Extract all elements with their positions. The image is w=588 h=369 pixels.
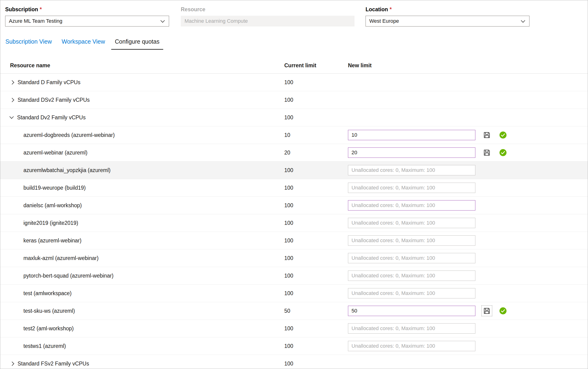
new-limit-input[interactable] [348,288,475,298]
new-limit-cell [348,235,482,246]
location-field: Location* West Europe [365,6,529,27]
current-limit-value: 100 [284,237,348,244]
workspace-quota-row: azureml-webinar (azureml)20 [0,144,588,162]
workspace-quota-row: azuremlwbatchai_yopzkjia (azureml)100 [0,162,588,179]
save-icon[interactable] [482,148,491,157]
subscription-label-text: Subscription [5,6,38,12]
new-limit-input[interactable] [348,323,475,334]
resource-name-label: ignite2019 (ignite2019) [23,220,78,226]
check-circle-icon [500,149,507,156]
new-limit-input[interactable] [348,235,475,246]
new-limit-cell [348,147,482,158]
resource-name-label: azureml-dogbreeds (azureml-webinar) [23,132,115,138]
new-limit-input[interactable] [348,200,475,211]
new-limit-input[interactable] [348,218,475,228]
new-limit-cell [348,200,482,211]
new-limit-cell [348,323,482,334]
resource-input: Machine Learning Compute [181,16,354,27]
current-limit-value: 100 [284,79,348,86]
resource-name-label: build19-weurope (build19) [23,185,86,191]
resource-name-label[interactable]: Standard Dv2 Family vCPUs [17,114,86,121]
quota-group-row: Standard FSv2 Family vCPUs100 [0,355,588,369]
new-limit-input[interactable] [348,130,475,140]
chevron-right-icon[interactable] [10,80,14,84]
workspace-quota-row: ignite2019 (ignite2019)100 [0,214,588,232]
new-limit-cell [348,218,482,228]
required-asterisk: * [40,6,42,12]
workspace-quota-row: build19-weurope (build19)100 [0,179,588,197]
workspace-quota-row: azureml-dogbreeds (azureml-webinar)10 [0,126,588,144]
column-header-current-limit: Current limit [284,62,348,69]
save-icon[interactable] [482,130,491,140]
resource-label-text: Resource [181,6,205,12]
tab-subscription-view[interactable]: Subscription View [5,38,56,50]
table-header: Resource name Current limit New limit [0,58,588,74]
resource-name-label[interactable]: Standard D Family vCPUs [18,79,80,86]
row-actions [482,130,507,140]
current-limit-value: 100 [284,343,348,349]
current-limit-value: 100 [284,273,348,279]
location-selected-value: West Europe [369,18,399,24]
resource-name-label: test-sku-ws (azureml) [23,308,75,314]
row-actions [482,306,507,316]
save-icon[interactable] [482,306,491,316]
resource-name-label: testws1 (azureml) [23,343,66,349]
new-limit-cell [348,341,482,351]
new-limit-cell [348,165,482,175]
resource-name-label: maxluk-azml (azureml-webinar) [23,255,98,261]
resource-name-label[interactable]: Standard FSv2 Family vCPUs [18,360,89,367]
resource-value: Machine Learning Compute [185,18,248,24]
new-limit-input[interactable] [348,253,475,263]
chevron-down-icon [521,18,525,22]
current-limit-value: 20 [284,150,348,156]
resource-label: Resource [181,6,354,13]
quota-group-row: Standard D Family vCPUs100 [0,74,588,91]
subscription-dropdown[interactable]: Azure ML Team Testing [5,16,169,27]
check-circle-icon [500,132,507,139]
new-limit-input[interactable] [348,165,475,175]
location-dropdown[interactable]: West Europe [365,16,529,27]
current-limit-value: 100 [284,114,348,121]
current-limit-value: 100 [284,290,348,297]
new-limit-input[interactable] [348,147,475,158]
resource-name-label[interactable]: Standard DSv2 Family vCPUs [18,97,90,103]
current-limit-value: 100 [284,167,348,174]
chevron-right-icon[interactable] [10,361,14,366]
workspace-quota-row: testws1 (azureml)100 [0,337,588,355]
location-label: Location* [365,6,529,13]
tab-workspace-view[interactable]: Workspace View [58,38,109,50]
current-limit-value: 100 [284,97,348,103]
new-limit-cell [348,288,482,298]
subscription-label: Subscription* [5,6,169,13]
chevron-right-icon[interactable] [10,98,14,102]
resource-name-label: danielsc (aml-workshop) [23,202,82,209]
resource-name-label: test2 (aml-workshop) [23,325,74,332]
new-limit-input[interactable] [348,341,475,351]
configure-quotas-page: Subscription* Azure ML Team Testing Reso… [0,0,588,369]
quota-group-row: Standard Dv2 Family vCPUs100 [0,109,588,126]
resource-name-label: azuremlwbatchai_yopzkjia (azureml) [23,167,110,174]
quota-table-body: Standard D Family vCPUs100Standard DSv2 … [0,74,588,369]
view-tabs: Subscription View Workspace View Configu… [5,38,588,50]
column-header-new-limit: New limit [348,62,482,69]
workspace-quota-row: test (amlworkspace)100 [0,285,588,302]
resource-name-label: pytorch-bert-squad (azureml-webinar) [23,273,114,279]
workspace-quota-row: danielsc (aml-workshop)100 [0,197,588,214]
new-limit-cell [348,306,482,316]
resource-name-label: azureml-webinar (azureml) [23,150,88,156]
location-label-text: Location [365,6,388,12]
workspace-quota-row: pytorch-bert-squad (azureml-webinar)100 [0,267,588,285]
current-limit-value: 10 [284,132,348,138]
new-limit-input[interactable] [348,306,475,316]
required-asterisk: * [390,6,392,12]
new-limit-input[interactable] [348,271,475,281]
current-limit-value: 50 [284,308,348,314]
check-circle-icon [500,307,507,314]
tab-configure-quotas[interactable]: Configure quotas [111,38,163,50]
current-limit-value: 100 [284,255,348,261]
chevron-down-icon[interactable] [9,114,14,119]
resource-name-label: keras (azureml-webinar) [23,237,81,244]
workspace-quota-row: test2 (aml-workshop)100 [0,320,588,337]
current-limit-value: 100 [284,202,348,209]
new-limit-input[interactable] [348,183,475,193]
